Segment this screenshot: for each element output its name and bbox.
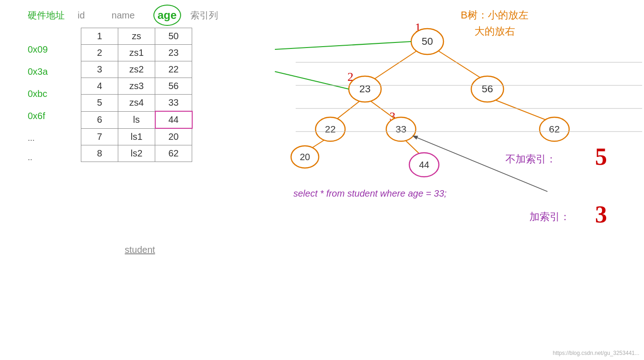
header-name: name [112,10,135,21]
svg-text:56: 56 [482,83,493,95]
addr-0xbc: 0xbc [28,83,48,105]
svg-text:50: 50 [422,36,433,47]
cell-name-5: ls [118,111,155,128]
cell-age-6: 20 [155,128,192,145]
address-labels: 0x09 0x3a 0xbc 0x6f ... .. [28,38,48,166]
header-addr: 硬件地址 [28,9,65,22]
cell-age-5: 44 [155,111,192,128]
cell-id-6: 7 [81,128,118,145]
svg-line-5 [307,136,330,151]
svg-line-1 [427,44,487,82]
table-row: 5zs433 [81,95,192,112]
student-table: 1zs502zs1233zs2224zs3565zs4336ls447ls120… [81,28,193,162]
svg-text:44: 44 [419,160,429,170]
cell-name-0: zs [118,28,155,45]
table-row: 4zs356 [81,78,192,95]
svg-line-0 [370,44,427,82]
step-3: 3 [389,110,395,124]
cell-name-1: zs1 [118,45,155,61]
table-row: 3zs222 [81,61,192,78]
svg-text:62: 62 [549,124,559,134]
addr-0x6f: 0x6f [28,105,48,127]
cell-id-0: 1 [81,28,118,45]
no-index-label: 不加索引： [505,152,556,166]
svg-text:33: 33 [395,124,406,134]
header-id: id [78,10,85,21]
svg-line-4 [487,97,552,122]
addr-0x3a: 0x3a [28,60,48,83]
table-headers: 硬件地址 id name age 索引列 [28,5,218,26]
step-2: 2 [347,70,353,84]
watermark: https://blog.csdn.net/gu_3253441... [553,350,639,356]
addr-dots1: ... [28,127,48,149]
btree-title: B树：小的放左 大的放右 [461,7,529,39]
svg-line-24 [275,72,349,89]
svg-point-19 [291,146,319,168]
cell-age-2: 22 [155,61,192,78]
cell-name-6: ls1 [118,128,155,145]
step-1: 1 [415,21,421,35]
cell-age-4: 33 [155,95,192,112]
cell-name-7: ls2 [118,145,155,162]
cell-age-7: 62 [155,145,192,162]
header-age-circle: age [153,5,181,26]
cell-id-2: 3 [81,61,118,78]
cell-id-7: 8 [81,145,118,162]
header-index: 索引列 [190,9,218,22]
svg-text:22: 22 [325,124,335,134]
cell-id-5: 6 [81,111,118,128]
cell-id-3: 4 [81,78,118,95]
student-table-container: 1zs502zs1233zs2224zs3565zs4336ls447ls120… [81,28,193,162]
svg-line-6 [401,136,424,158]
sql-query: select * from student where age = 33; [293,188,447,199]
addr-dots2: .. [28,149,48,166]
svg-point-13 [316,117,345,141]
svg-line-23 [275,42,411,49]
table-row: 6ls44 [81,111,192,128]
cell-age-0: 50 [155,28,192,45]
svg-point-9 [349,76,381,102]
table-row: 1zs50 [81,28,192,45]
svg-line-2 [333,97,365,122]
table-row: 2zs123 [81,45,192,61]
table-row: 7ls120 [81,128,192,145]
cell-name-3: zs3 [118,78,155,95]
table-name-label: student [125,245,155,255]
svg-text:20: 20 [300,152,310,162]
addr-0x09: 0x09 [28,38,48,60]
svg-text:23: 23 [359,83,371,95]
no-index-number: 5 [595,143,607,170]
cell-id-1: 2 [81,45,118,61]
cell-name-2: zs2 [118,61,155,78]
with-index-label: 加索引： [529,210,570,224]
svg-point-21 [409,153,439,177]
table-row: 8ls262 [81,145,192,162]
cell-id-4: 5 [81,95,118,112]
with-index-number: 3 [595,201,607,228]
svg-point-11 [471,76,504,102]
cell-age-3: 56 [155,78,192,95]
cell-name-4: zs4 [118,95,155,112]
cell-age-1: 23 [155,45,192,61]
svg-point-17 [540,117,569,141]
